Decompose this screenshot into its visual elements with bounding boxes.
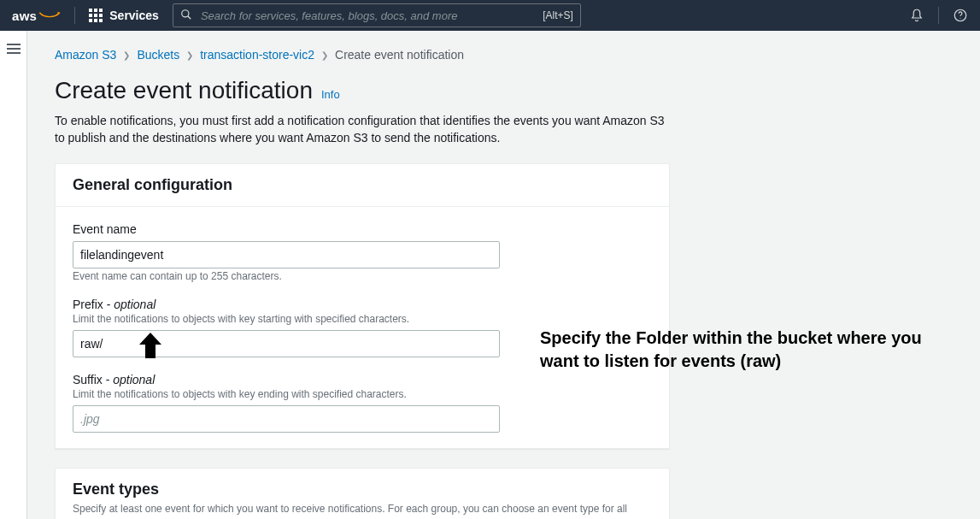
suffix-label: Suffixoptional (73, 373, 652, 386)
svg-point-3 (959, 18, 960, 19)
search-input[interactable] (199, 9, 536, 23)
event-types-panel: Event types Specify at least one event f… (55, 468, 670, 519)
suffix-label-text: Suffix (73, 373, 103, 386)
chevron-right-icon: ❯ (186, 50, 193, 60)
event-name-field: Event name Event name can contain up to … (73, 222, 652, 282)
chevron-right-icon: ❯ (321, 50, 328, 60)
global-header: aws Services [Alt+S] (0, 0, 980, 31)
left-rail (0, 31, 27, 519)
general-configuration-heading: General configuration (73, 176, 652, 194)
svg-point-0 (182, 9, 189, 16)
global-search[interactable]: [Alt+S] (173, 3, 581, 27)
bell-icon (909, 8, 924, 23)
grid-icon (89, 9, 103, 22)
main-content: Amazon S3 ❯ Buckets ❯ transaction-store-… (27, 31, 980, 519)
breadcrumb: Amazon S3 ❯ Buckets ❯ transaction-store-… (55, 48, 953, 62)
panel-header: Event types Specify at least one event f… (56, 469, 669, 519)
page-title-text: Create event notification (55, 77, 313, 104)
panel-header: General configuration (56, 164, 669, 207)
event-types-description: Specify at least one event for which you… (73, 502, 652, 519)
breadcrumb-current: Create event notification (335, 48, 464, 62)
breadcrumb-link-amazon-s3[interactable]: Amazon S3 (55, 48, 116, 62)
services-label: Services (109, 9, 159, 22)
event-name-label: Event name (73, 222, 652, 236)
chevron-right-icon: ❯ (123, 50, 130, 60)
help-button[interactable] (953, 8, 968, 23)
aws-smile-icon (38, 11, 61, 20)
search-shortcut: [Alt+S] (543, 9, 573, 21)
prefix-optional-text: optional (103, 298, 156, 311)
header-divider (938, 7, 939, 24)
prefix-hint: Limit the notifications to objects with … (73, 313, 652, 325)
suffix-optional-text: optional (103, 373, 156, 386)
notifications-button[interactable] (909, 8, 924, 23)
info-link[interactable]: Info (321, 88, 340, 101)
prefix-input[interactable] (73, 330, 500, 357)
svg-line-1 (188, 15, 191, 19)
breadcrumb-link-buckets[interactable]: Buckets (137, 48, 179, 62)
suffix-input[interactable] (73, 405, 500, 433)
page-description: To enable notifications, you must first … (55, 113, 670, 146)
prefix-label: Prefixoptional (73, 298, 652, 311)
prefix-label-text: Prefix (73, 298, 103, 311)
aws-logo[interactable]: aws (12, 9, 61, 23)
services-menu-button[interactable]: Services (89, 9, 159, 22)
page-title: Create event notification Info (55, 77, 953, 104)
suffix-field: Suffixoptional Limit the notifications t… (73, 373, 652, 433)
breadcrumb-link-bucket-name[interactable]: transaction-store-vic2 (200, 48, 314, 62)
help-icon (953, 8, 968, 23)
event-name-input[interactable] (73, 241, 500, 268)
event-types-heading: Event types (73, 481, 652, 498)
event-name-hint: Event name can contain up to 255 charact… (73, 270, 652, 282)
general-configuration-panel: General configuration Event name Event n… (55, 163, 670, 449)
sidebar-toggle[interactable] (7, 41, 21, 519)
aws-logo-text: aws (12, 9, 37, 23)
header-divider (74, 7, 75, 24)
search-icon (180, 9, 192, 23)
suffix-hint: Limit the notifications to objects with … (73, 388, 652, 400)
prefix-field: Prefixoptional Limit the notifications t… (73, 298, 652, 357)
